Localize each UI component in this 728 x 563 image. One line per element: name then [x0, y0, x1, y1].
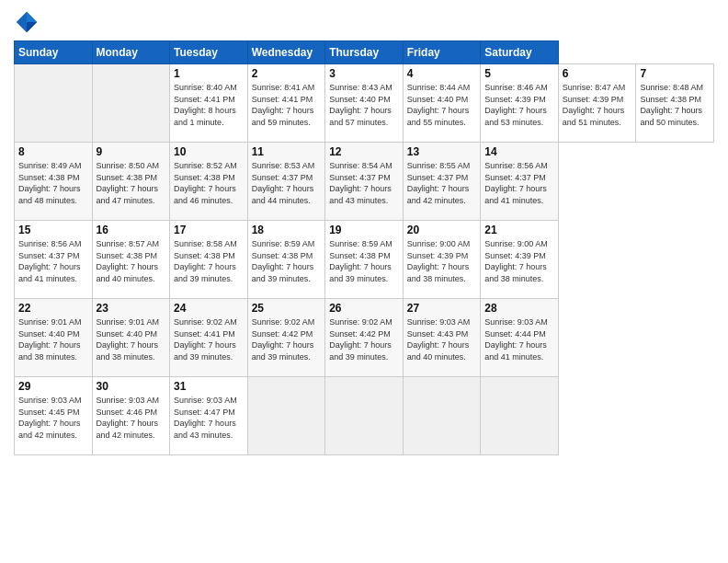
day-detail: Sunrise: 9:03 AM Sunset: 4:47 PM Dayligh…: [174, 395, 244, 441]
day-detail: Sunrise: 8:48 AM Sunset: 4:38 PM Dayligh…: [640, 82, 710, 128]
weekday-header-sunday: Sunday: [15, 41, 93, 64]
day-cell-6: 6 Sunrise: 8:47 AM Sunset: 4:39 PM Dayli…: [558, 64, 636, 143]
day-detail: Sunrise: 8:41 AM Sunset: 4:41 PM Dayligh…: [252, 82, 322, 128]
day-cell-27: 27 Sunrise: 9:03 AM Sunset: 4:43 PM Dayl…: [403, 299, 481, 377]
day-detail: Sunrise: 9:02 AM Sunset: 4:42 PM Dayligh…: [329, 316, 399, 362]
day-detail: Sunrise: 8:46 AM Sunset: 4:39 PM Dayligh…: [484, 82, 554, 128]
day-detail: Sunrise: 8:52 AM Sunset: 4:38 PM Dayligh…: [174, 160, 244, 206]
calendar-container: SundayMondayTuesdayWednesdayThursdayFrid…: [0, 0, 728, 465]
day-number: 17: [174, 224, 244, 236]
day-detail: Sunrise: 9:03 AM Sunset: 4:43 PM Dayligh…: [407, 316, 477, 362]
weekday-header-friday: Friday: [403, 41, 481, 64]
day-number: 2: [252, 67, 322, 80]
day-cell-19: 19 Sunrise: 8:59 AM Sunset: 4:38 PM Dayl…: [325, 221, 404, 299]
weekday-header-tuesday: Tuesday: [170, 41, 248, 64]
empty-cell: [325, 377, 404, 455]
day-number: 31: [174, 380, 244, 393]
day-cell-23: 23 Sunrise: 9:01 AM Sunset: 4:40 PM Dayl…: [92, 299, 170, 377]
calendar-body: 1 Sunrise: 8:40 AM Sunset: 4:41 PM Dayli…: [15, 64, 714, 455]
day-number: 22: [18, 302, 88, 315]
day-detail: Sunrise: 9:03 AM Sunset: 4:44 PM Dayligh…: [484, 316, 554, 362]
day-detail: Sunrise: 9:00 AM Sunset: 4:39 PM Dayligh…: [407, 238, 477, 284]
day-number: 19: [329, 224, 399, 236]
day-detail: Sunrise: 8:47 AM Sunset: 4:39 PM Dayligh…: [563, 82, 632, 128]
day-cell-5: 5 Sunrise: 8:46 AM Sunset: 4:39 PM Dayli…: [481, 64, 559, 143]
day-detail: Sunrise: 8:58 AM Sunset: 4:38 PM Dayligh…: [174, 238, 244, 284]
header: [14, 9, 714, 35]
week-row-5: 29 Sunrise: 9:03 AM Sunset: 4:45 PM Dayl…: [15, 377, 714, 455]
day-cell-15: 15 Sunrise: 8:56 AM Sunset: 4:37 PM Dayl…: [15, 221, 93, 299]
day-number: 12: [329, 145, 399, 158]
day-cell-20: 20 Sunrise: 9:00 AM Sunset: 4:39 PM Dayl…: [403, 221, 481, 299]
day-number: 3: [329, 67, 399, 80]
day-number: 30: [97, 380, 166, 393]
day-number: 6: [563, 67, 632, 80]
empty-cell: [247, 377, 325, 455]
day-cell-30: 30 Sunrise: 9:03 AM Sunset: 4:46 PM Dayl…: [92, 377, 170, 455]
svg-marker-1: [27, 12, 37, 22]
day-detail: Sunrise: 9:02 AM Sunset: 4:42 PM Dayligh…: [252, 316, 322, 362]
day-number: 8: [18, 145, 88, 158]
day-cell-10: 10 Sunrise: 8:52 AM Sunset: 4:38 PM Dayl…: [170, 143, 248, 221]
day-cell-2: 2 Sunrise: 8:41 AM Sunset: 4:41 PM Dayli…: [247, 64, 325, 143]
day-number: 24: [174, 302, 244, 315]
weekday-header-saturday: Saturday: [481, 41, 559, 64]
day-detail: Sunrise: 9:03 AM Sunset: 4:46 PM Dayligh…: [97, 395, 166, 441]
day-cell-24: 24 Sunrise: 9:02 AM Sunset: 4:41 PM Dayl…: [170, 299, 248, 377]
day-cell-31: 31 Sunrise: 9:03 AM Sunset: 4:47 PM Dayl…: [170, 377, 248, 455]
weekday-header-monday: Monday: [92, 41, 170, 64]
day-cell-4: 4 Sunrise: 8:44 AM Sunset: 4:40 PM Dayli…: [403, 64, 481, 143]
day-cell-26: 26 Sunrise: 9:02 AM Sunset: 4:42 PM Dayl…: [325, 299, 404, 377]
weekday-header-thursday: Thursday: [325, 41, 404, 64]
day-detail: Sunrise: 9:02 AM Sunset: 4:41 PM Dayligh…: [174, 316, 244, 362]
day-number: 23: [97, 302, 166, 315]
day-number: 7: [640, 67, 710, 80]
week-row-4: 22 Sunrise: 9:01 AM Sunset: 4:40 PM Dayl…: [15, 299, 714, 377]
week-row-1: 1 Sunrise: 8:40 AM Sunset: 4:41 PM Dayli…: [15, 64, 714, 143]
day-number: 9: [97, 145, 166, 158]
day-cell-9: 9 Sunrise: 8:50 AM Sunset: 4:38 PM Dayli…: [92, 143, 170, 221]
day-detail: Sunrise: 8:55 AM Sunset: 4:37 PM Dayligh…: [407, 160, 477, 206]
day-cell-12: 12 Sunrise: 8:54 AM Sunset: 4:37 PM Dayl…: [325, 143, 404, 221]
day-number: 28: [484, 302, 554, 315]
day-cell-29: 29 Sunrise: 9:03 AM Sunset: 4:45 PM Dayl…: [15, 377, 93, 455]
day-detail: Sunrise: 9:03 AM Sunset: 4:45 PM Dayligh…: [18, 395, 88, 441]
day-detail: Sunrise: 8:57 AM Sunset: 4:38 PM Dayligh…: [97, 238, 166, 284]
empty-cell: [403, 377, 481, 455]
day-number: 16: [97, 224, 166, 236]
day-number: 1: [174, 67, 244, 80]
day-detail: Sunrise: 8:43 AM Sunset: 4:40 PM Dayligh…: [329, 82, 399, 128]
day-detail: Sunrise: 8:50 AM Sunset: 4:38 PM Dayligh…: [97, 160, 166, 206]
empty-cell: [481, 377, 559, 455]
week-row-3: 15 Sunrise: 8:56 AM Sunset: 4:37 PM Dayl…: [15, 221, 714, 299]
day-cell-3: 3 Sunrise: 8:43 AM Sunset: 4:40 PM Dayli…: [325, 64, 404, 143]
day-cell-8: 8 Sunrise: 8:49 AM Sunset: 4:38 PM Dayli…: [15, 143, 93, 221]
day-number: 26: [329, 302, 399, 315]
day-cell-25: 25 Sunrise: 9:02 AM Sunset: 4:42 PM Dayl…: [247, 299, 325, 377]
day-cell-16: 16 Sunrise: 8:57 AM Sunset: 4:38 PM Dayl…: [92, 221, 170, 299]
day-number: 20: [407, 224, 477, 236]
weekday-header-row: SundayMondayTuesdayWednesdayThursdayFrid…: [15, 41, 714, 64]
day-detail: Sunrise: 8:44 AM Sunset: 4:40 PM Dayligh…: [407, 82, 477, 128]
day-detail: Sunrise: 8:59 AM Sunset: 4:38 PM Dayligh…: [329, 238, 399, 284]
day-detail: Sunrise: 8:53 AM Sunset: 4:37 PM Dayligh…: [252, 160, 322, 206]
day-detail: Sunrise: 8:40 AM Sunset: 4:41 PM Dayligh…: [174, 82, 244, 128]
day-cell-22: 22 Sunrise: 9:01 AM Sunset: 4:40 PM Dayl…: [15, 299, 93, 377]
day-number: 14: [484, 145, 554, 158]
empty-cell: [15, 64, 93, 143]
day-number: 11: [252, 145, 322, 158]
day-detail: Sunrise: 9:01 AM Sunset: 4:40 PM Dayligh…: [97, 316, 166, 362]
day-detail: Sunrise: 8:56 AM Sunset: 4:37 PM Dayligh…: [484, 160, 554, 206]
calendar-table: SundayMondayTuesdayWednesdayThursdayFrid…: [14, 40, 714, 455]
day-detail: Sunrise: 9:01 AM Sunset: 4:40 PM Dayligh…: [18, 316, 88, 362]
day-number: 10: [174, 145, 244, 158]
day-number: 21: [484, 224, 554, 236]
day-cell-1: 1 Sunrise: 8:40 AM Sunset: 4:41 PM Dayli…: [170, 64, 248, 143]
day-number: 13: [407, 145, 477, 158]
day-cell-13: 13 Sunrise: 8:55 AM Sunset: 4:37 PM Dayl…: [403, 143, 481, 221]
svg-marker-2: [27, 22, 37, 32]
day-number: 5: [484, 67, 554, 80]
day-number: 18: [252, 224, 322, 236]
logo: [14, 9, 43, 35]
day-detail: Sunrise: 8:54 AM Sunset: 4:37 PM Dayligh…: [329, 160, 399, 206]
